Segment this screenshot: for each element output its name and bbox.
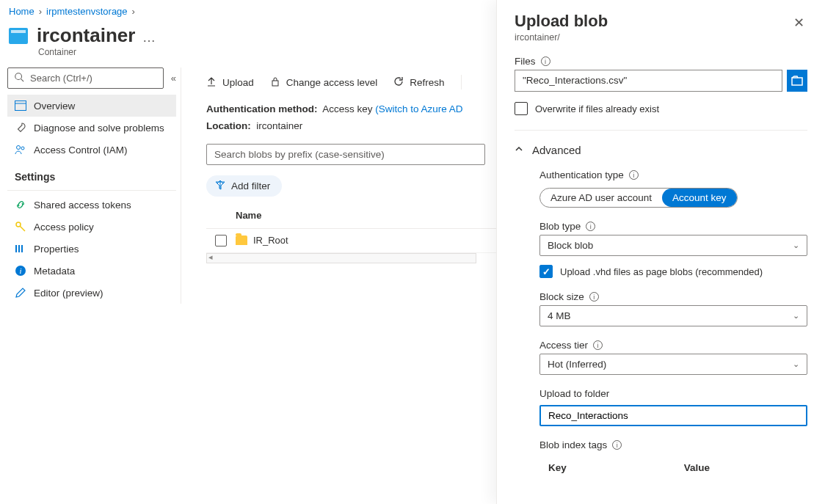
- sidebar-item-label: Access policy: [34, 222, 94, 233]
- sidebar-item-iam[interactable]: Access Control (IAM): [7, 139, 176, 161]
- collapse-sidebar-button[interactable]: «: [171, 73, 176, 84]
- search-placeholder: Search (Ctrl+/): [30, 73, 92, 84]
- sidebar: Search (Ctrl+/) « Overview Diagnose and …: [0, 67, 181, 304]
- chevron-down-icon: ⌄: [793, 241, 799, 250]
- panel-title: Upload blob: [515, 12, 608, 31]
- vhd-checkbox[interactable]: ✓ Upload .vhd files as page blobs (recom…: [539, 265, 807, 278]
- svg-line-1: [21, 79, 24, 82]
- search-input[interactable]: Search (Ctrl+/): [7, 67, 164, 89]
- auth-key-option[interactable]: Account key: [662, 189, 737, 207]
- info-icon[interactable]: i: [612, 440, 622, 450]
- properties-icon: [15, 243, 26, 255]
- access-tier-value: Hot (Inferred): [548, 359, 606, 370]
- upload-button[interactable]: Upload: [206, 76, 254, 89]
- people-icon: [15, 144, 26, 156]
- blob-tags-label: Blob index tags: [539, 439, 607, 450]
- sidebar-item-policy[interactable]: Access policy: [7, 216, 176, 238]
- location-value: ircontainer: [256, 120, 302, 131]
- container-icon: [9, 28, 28, 44]
- block-size-label: Block size: [539, 291, 584, 302]
- files-label: Files: [515, 56, 536, 67]
- search-blobs-input[interactable]: Search blobs by prefix (case-sensitive): [206, 144, 485, 165]
- blob-type-value: Block blob: [548, 240, 593, 251]
- upload-folder-input[interactable]: [539, 405, 807, 426]
- breadcrumb-storage[interactable]: irpmtestenvstorage: [46, 6, 128, 17]
- upload-blob-panel: Upload blob ircontainer/ ✕ Files i "Reco…: [496, 0, 825, 504]
- svg-point-0: [15, 73, 22, 80]
- add-filter-label: Add filter: [231, 180, 270, 191]
- access-tier-select[interactable]: Hot (Inferred) ⌄: [539, 354, 807, 375]
- sidebar-item-label: Shared access tokens: [34, 200, 131, 211]
- toolbar-label: Upload: [222, 77, 254, 88]
- link-icon: [15, 199, 26, 211]
- sidebar-section-settings: Settings: [7, 161, 176, 189]
- change-access-button[interactable]: Change access level: [270, 76, 378, 89]
- access-tier-label: Access tier: [539, 340, 588, 351]
- advanced-label: Advanced: [532, 144, 581, 156]
- toolbar-label: Change access level: [286, 77, 378, 88]
- sidebar-item-properties[interactable]: Properties: [7, 238, 176, 260]
- info-icon: i: [15, 265, 26, 277]
- row-checkbox[interactable]: [215, 235, 227, 246]
- info-icon[interactable]: i: [586, 222, 595, 231]
- switch-auth-link[interactable]: (Switch to Azure AD: [375, 103, 462, 114]
- chevron-down-icon: ⌄: [793, 359, 799, 369]
- tag-key-header: Key: [548, 462, 567, 473]
- sidebar-item-label: Diagnose and solve problems: [34, 123, 164, 134]
- svg-point-4: [17, 146, 21, 150]
- close-button[interactable]: ✕: [791, 12, 807, 34]
- breadcrumb-home[interactable]: Home: [9, 6, 34, 17]
- refresh-icon: [393, 76, 404, 89]
- chevron-up-icon: [515, 145, 523, 156]
- refresh-button[interactable]: Refresh: [393, 76, 444, 89]
- block-size-value: 4 MB: [548, 310, 571, 321]
- sidebar-item-metadata[interactable]: i Metadata: [7, 260, 176, 282]
- divider: [515, 130, 807, 131]
- blob-type-select[interactable]: Block blob ⌄: [539, 235, 807, 256]
- sidebar-item-label: Access Control (IAM): [34, 145, 128, 156]
- sidebar-item-label: Metadata: [34, 266, 75, 277]
- info-icon[interactable]: i: [589, 292, 599, 302]
- info-icon[interactable]: i: [541, 56, 550, 66]
- browse-files-button[interactable]: [787, 70, 807, 92]
- sidebar-item-diagnose[interactable]: Diagnose and solve problems: [7, 117, 176, 139]
- upload-folder-label: Upload to folder: [539, 388, 609, 399]
- svg-point-5: [21, 147, 24, 150]
- advanced-toggle[interactable]: Advanced: [515, 144, 807, 156]
- sidebar-item-label: Editor (preview): [34, 288, 103, 299]
- auth-ad-option[interactable]: Azure AD user account: [540, 189, 662, 207]
- svg-rect-13: [272, 81, 278, 86]
- files-input[interactable]: "Reco_Interactions.csv": [515, 70, 782, 92]
- window-icon: [15, 100, 26, 112]
- auth-type-label: Authentication type: [539, 169, 624, 180]
- folder-icon: [236, 235, 247, 245]
- info-icon[interactable]: i: [629, 170, 639, 180]
- add-filter-button[interactable]: Add filter: [206, 175, 282, 197]
- info-icon[interactable]: i: [593, 340, 603, 350]
- upload-icon: [206, 76, 217, 89]
- svg-rect-14: [792, 78, 802, 85]
- checkbox-checked-icon: ✓: [539, 265, 553, 278]
- svg-line-7: [20, 226, 25, 231]
- sidebar-item-sas[interactable]: Shared access tokens: [7, 194, 176, 216]
- panel-subtitle: ircontainer/: [515, 32, 608, 43]
- location-label: Location:: [206, 120, 251, 131]
- overwrite-checkbox[interactable]: Overwrite if files already exist: [515, 102, 807, 115]
- tag-value-header: Value: [684, 462, 710, 473]
- divider: [7, 190, 176, 191]
- sidebar-item-overview[interactable]: Overview: [7, 95, 176, 117]
- svg-text:i: i: [19, 266, 21, 275]
- key-icon: [15, 221, 26, 233]
- sidebar-item-label: Properties: [34, 244, 79, 255]
- search-icon: [14, 72, 24, 84]
- lock-icon: [270, 76, 280, 89]
- horizontal-scrollbar[interactable]: [206, 253, 476, 263]
- chevron-down-icon: ⌄: [793, 311, 799, 321]
- block-size-select[interactable]: 4 MB ⌄: [539, 305, 807, 326]
- sidebar-item-editor[interactable]: Editor (preview): [7, 282, 176, 304]
- auth-method-label: Authentication method:: [206, 103, 318, 114]
- sidebar-item-label: Overview: [34, 101, 75, 112]
- auth-type-toggle[interactable]: Azure AD user account Account key: [539, 188, 738, 208]
- toolbar-label: Refresh: [410, 77, 444, 88]
- more-button[interactable]: …: [138, 30, 160, 45]
